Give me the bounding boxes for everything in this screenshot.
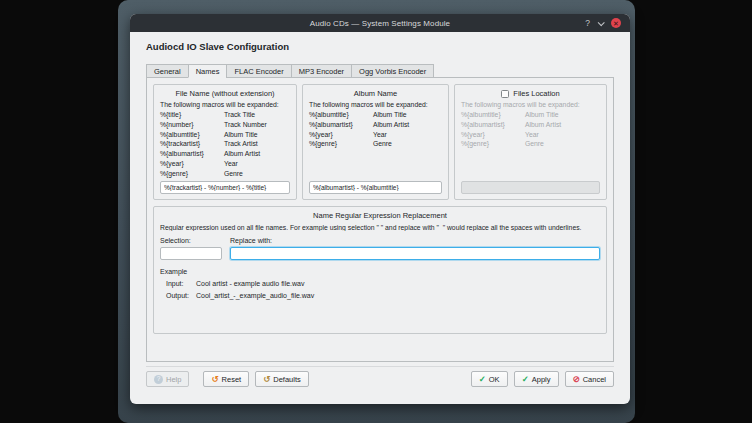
album-name-pattern-input[interactable] [309,181,442,194]
files-location-intro: The following macros will be expanded: [461,101,600,108]
macro-row: %{year}Year [461,130,600,140]
cancel-icon: ⊘ [573,375,580,384]
example-input-label: Input: [166,280,194,287]
album-name-group-intro: The following macros will be expanded: [309,101,442,108]
file-name-pattern-input[interactable] [160,181,290,194]
example-output-label: Output: [166,292,194,299]
file-name-group-intro: The following macros will be expanded: [160,101,290,108]
macro-row: %{year}Year [160,159,290,169]
footer-separator [146,366,614,367]
ok-button[interactable]: ✓ OK [471,371,508,387]
reset-icon: ↺ [211,375,218,384]
example-label: Example [160,268,600,275]
replace-with-input[interactable] [230,247,600,260]
apply-check-icon: ✓ [522,375,529,384]
macro-row: %{albumartist}Album Artist [461,120,600,130]
macro-row: %{title}Track Title [160,110,290,120]
help-button[interactable]: ? Help [146,371,189,387]
tab-general[interactable]: General [146,64,189,78]
files-location-label: Files Location [513,89,559,98]
macro-row: %{genre}Genre [160,169,290,179]
replace-with-label: Replace with: [230,237,600,244]
selection-label: Selection: [160,237,222,244]
defaults-icon: ↺ [263,375,270,384]
macro-row: %{albumtitle}Album Title [160,130,290,140]
close-button[interactable]: ✕ [611,18,621,28]
cancel-button[interactable]: ⊘ Cancel [565,371,614,387]
apply-button[interactable]: ✓ Apply [514,371,559,387]
chevron-down-icon[interactable] [598,19,605,26]
regex-group-description: Regular expression used on all file name… [160,224,600,231]
macro-row: %{number}Track Number [160,120,290,130]
footer-button-row: ? Help ↺ Reset ↺ Defaults ✓ OK ✓ Apply ⊘… [146,371,614,387]
files-location-checkbox[interactable] [501,90,509,98]
regex-replacement-group: Name Regular Expression Replacement Regu… [153,206,607,334]
settings-window: Audio CDs — System Settings Module ? ✕ A… [130,14,630,404]
files-location-group: Files Location The following macros will… [454,84,607,200]
reset-button[interactable]: ↺ Reset [203,371,249,387]
tab-flac-encoder[interactable]: FLAC Encoder [226,64,291,78]
names-tab-panel: File Name (without extension) The follow… [146,77,614,362]
file-name-group-title: File Name (without extension) [160,89,290,98]
macro-row: %{trackartist}Track Artist [160,139,290,149]
regex-form-row: Selection: Replace with: [160,237,600,260]
page-title: Audiocd IO Slave Configuration [146,41,289,52]
selection-input[interactable] [160,247,222,260]
desktop-background: Audio CDs — System Settings Module ? ✕ A… [118,0,635,423]
file-name-group: File Name (without extension) The follow… [153,84,297,200]
macro-groups-row: File Name (without extension) The follow… [153,84,607,200]
close-icon: ✕ [613,20,619,27]
tab-ogg-vorbis-encoder[interactable]: Ogg Vorbis Encoder [351,64,434,78]
tab-names[interactable]: Names [188,64,228,78]
album-name-group: Album Name The following macros will be … [302,84,449,200]
files-location-pattern-input[interactable] [461,181,600,194]
macro-row: %{genre}Genre [309,139,442,149]
example-input-row: Input: Cool artist - example audio file.… [160,280,600,287]
window-help-button[interactable]: ? [585,19,590,28]
regex-group-title: Name Regular Expression Replacement [160,211,600,220]
example-input-value: Cool artist - example audio file.wav [196,280,305,287]
example-output-row: Output: Cool_artist_-_example_audio_file… [160,292,600,299]
example-output-value: Cool_artist_-_example_audio_file.wav [196,292,314,299]
tab-bar: General Names FLAC Encoder MP3 Encoder O… [146,64,433,78]
help-icon: ? [154,375,163,384]
macro-row: %{albumtitle}Album Title [461,110,600,120]
window-title: Audio CDs — System Settings Module [310,19,450,28]
macro-row: %{year}Year [309,130,442,140]
album-name-group-title: Album Name [309,89,442,98]
macro-row: %{albumartist}Album Artist [309,120,442,130]
tab-mp3-encoder[interactable]: MP3 Encoder [291,64,352,78]
defaults-button[interactable]: ↺ Defaults [255,371,309,387]
files-location-header: Files Location [461,89,600,98]
macro-row: %{albumtitle}Album Title [309,110,442,120]
macro-row: %{albumartist}Album Artist [160,149,290,159]
ok-check-icon: ✓ [479,375,486,384]
titlebar[interactable]: Audio CDs — System Settings Module ? ✕ [130,14,630,32]
macro-row: %{genre}Genre [461,139,600,149]
window-controls: ? ✕ [585,14,621,32]
